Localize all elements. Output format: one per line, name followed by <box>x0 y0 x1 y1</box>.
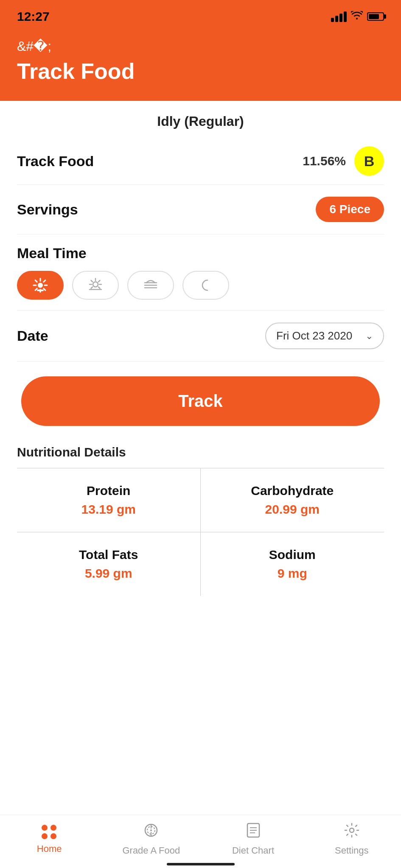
header: &#�; Track Food <box>0 30 401 101</box>
sodium-label: Sodium <box>209 548 376 562</box>
home-indicator <box>167 863 235 865</box>
date-label: Date <box>17 328 48 344</box>
status-icons <box>331 11 384 22</box>
battery-icon <box>367 12 384 21</box>
nav-settings-label: Settings <box>335 845 369 856</box>
svg-line-14 <box>91 281 93 282</box>
nutrition-protein: Protein 13.19 gm <box>17 468 201 532</box>
signal-icon <box>331 11 347 22</box>
food-name: Idly (Regular) <box>17 101 384 138</box>
nav-grade-label: Grade A Food <box>122 845 180 856</box>
nav-settings[interactable]: Settings <box>326 823 377 856</box>
nav-grade-food[interactable]: Grade A Food <box>122 823 180 856</box>
nutrition-section: Nutritional Details Protein 13.19 gm Car… <box>17 441 384 600</box>
fats-label: Total Fats <box>25 548 192 562</box>
nutrition-grid: Protein 13.19 gm Carbohydrate 20.99 gm T… <box>17 468 384 596</box>
nutrition-fats: Total Fats 5.99 gm <box>17 532 201 596</box>
bottom-nav: Home Grade A Food Diet Chart <box>0 815 401 868</box>
date-picker[interactable]: Fri Oct 23 2020 ⌄ <box>265 323 384 349</box>
chevron-down-icon: ⌄ <box>365 331 373 342</box>
carbohydrate-value: 20.99 gm <box>209 502 376 517</box>
carbohydrate-label: Carbohydrate <box>209 484 376 498</box>
svg-point-0 <box>38 283 43 288</box>
nutrition-sodium: Sodium 9 mg <box>201 532 384 596</box>
wifi-icon <box>351 11 363 22</box>
status-time: 12:27 <box>17 9 50 24</box>
svg-line-6 <box>44 289 45 290</box>
meal-morning-button[interactable] <box>72 271 119 300</box>
date-row: Date Fri Oct 23 2020 ⌄ <box>17 311 384 362</box>
track-percentage: 11.56% <box>303 154 346 168</box>
date-value: Fri Oct 23 2020 <box>276 329 352 342</box>
track-food-row: Track Food 11.56% B <box>17 138 384 185</box>
nav-diet-chart[interactable]: Diet Chart <box>228 823 279 856</box>
protein-value: 13.19 gm <box>25 502 192 517</box>
meal-breakfast-button[interactable] <box>17 271 64 300</box>
svg-point-24 <box>150 829 152 831</box>
track-food-label: Track Food <box>17 153 94 170</box>
meal-night-button[interactable] <box>182 271 229 300</box>
status-bar: 12:27 <box>0 0 401 30</box>
svg-line-17 <box>91 287 93 289</box>
page-title: Track Food <box>17 58 384 84</box>
svg-line-8 <box>35 289 37 290</box>
nutrition-title: Nutritional Details <box>17 445 384 459</box>
meal-time-section: Meal Time <box>17 234 384 311</box>
track-food-right: 11.56% B <box>303 146 384 176</box>
servings-row: Servings 6 Piece <box>17 185 384 234</box>
meal-time-label: Meal Time <box>17 245 384 262</box>
grade-badge: B <box>354 146 384 176</box>
svg-line-15 <box>98 287 100 289</box>
svg-rect-9 <box>37 289 44 291</box>
settings-icon <box>344 823 359 842</box>
grade-food-icon <box>143 823 159 842</box>
main-content: Idly (Regular) Track Food 11.56% B Servi… <box>0 101 401 668</box>
svg-point-31 <box>350 828 354 832</box>
sodium-value: 9 mg <box>209 566 376 581</box>
nav-diet-label: Diet Chart <box>232 845 274 856</box>
servings-label: Servings <box>17 201 78 218</box>
nutrition-carbohydrate: Carbohydrate 20.99 gm <box>201 468 384 532</box>
fats-value: 5.99 gm <box>25 566 192 581</box>
servings-button[interactable]: 6 Piece <box>316 197 384 222</box>
track-button[interactable]: Track <box>21 376 380 426</box>
nav-home[interactable]: Home <box>24 825 75 854</box>
meal-afternoon-button[interactable] <box>127 271 174 300</box>
svg-point-10 <box>93 282 98 287</box>
svg-line-16 <box>98 281 100 282</box>
protein-label: Protein <box>25 484 192 498</box>
home-icon <box>42 825 57 840</box>
svg-line-5 <box>35 280 37 282</box>
svg-line-7 <box>44 280 45 282</box>
meal-buttons <box>17 271 384 300</box>
diet-chart-icon <box>247 823 260 842</box>
nav-home-label: Home <box>37 843 62 854</box>
back-button[interactable]: &#�; <box>17 38 51 54</box>
track-button-container: Track <box>17 362 384 441</box>
